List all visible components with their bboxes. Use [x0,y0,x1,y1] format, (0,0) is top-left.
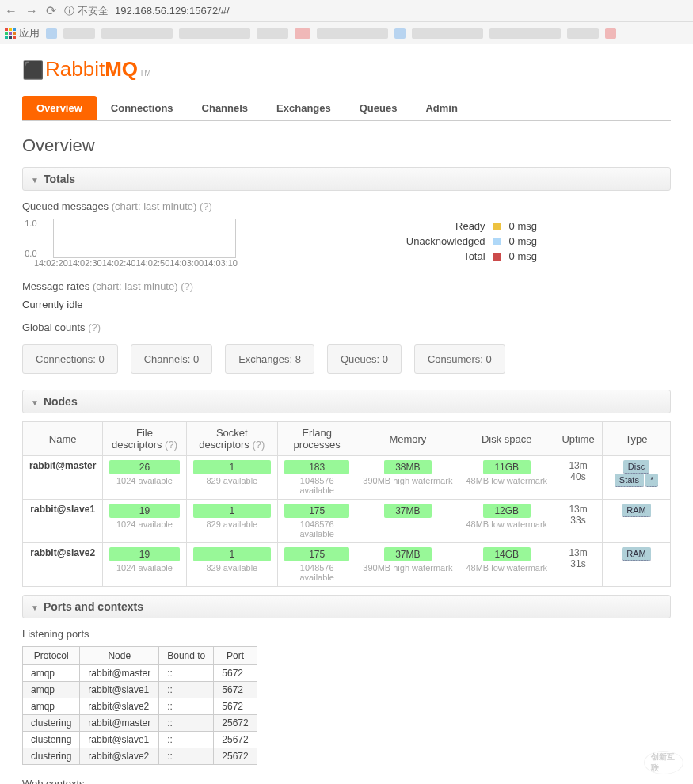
section-ports[interactable]: ▼Ports and contexts [22,595,671,618]
column-header: Memory [356,422,459,456]
table-row[interactable]: rabbit@slave2 191024 available 1829 avai… [23,543,671,587]
column-header: Name [23,422,103,456]
chart-legend: Ready0 msgUnacknowledged0 msgTotal0 msg [299,219,537,268]
rabbitmq-icon: ⬛ [22,60,44,81]
apps-icon[interactable]: 应用 [5,26,40,40]
logo: ⬛ RabbitMQ TM [22,57,671,82]
section-nodes[interactable]: ▼Nodes [22,390,671,413]
browser-toolbar: ← → ⟳ 不安全 192.168.56.129:15672/#/ [0,0,693,22]
listening-ports-title: Listening ports [22,628,671,640]
bookmark-item[interactable] [412,28,483,39]
chevron-down-icon: ▼ [31,398,39,407]
bookmark-item[interactable] [489,28,561,39]
bookmark-item[interactable] [605,28,616,39]
bookmark-item[interactable] [295,28,310,39]
table-row[interactable]: rabbit@slave1 191024 available 1829 avai… [23,500,671,543]
chevron-down-icon: ▼ [31,176,39,185]
table-row: amqprabbit@slave2::5672 [23,698,257,715]
table-row: amqprabbit@master::5672 [23,665,257,682]
tab-queues[interactable]: Queues [345,96,412,120]
column-header: Disk space [459,422,554,456]
forward-icon[interactable]: → [25,4,38,18]
column-header: Uptime [554,422,603,456]
bookmark-item[interactable] [317,28,388,39]
page-title: Overview [22,135,671,156]
watermark: 创新互联 [644,751,683,774]
legend-color-icon [493,253,501,261]
back-icon[interactable]: ← [5,4,17,18]
nodes-table: NameFile descriptors (?)Socket descripto… [22,421,671,587]
tab-channels[interactable]: Channels [188,96,263,120]
table-row: clusteringrabbit@master::25672 [23,715,257,732]
chevron-down-icon: ▼ [31,603,39,612]
node-type-tag: * [645,474,658,487]
insecure-label: 不安全 [64,4,109,18]
count-queues[interactable]: Queues: 0 [327,344,402,374]
node-type-tag: RAM [622,504,650,517]
count-consumers[interactable]: Consumers: 0 [414,344,505,374]
ports-table: ProtocolNodeBound toPort amqprabbit@mast… [22,646,257,765]
reload-icon[interactable]: ⟳ [46,3,56,18]
message-rates-title: Message rates (chart: last minute) (?) [22,280,671,292]
bookmark-item[interactable] [101,28,173,39]
section-totals[interactable]: ▼Totals [22,167,671,191]
count-channels[interactable]: Channels: 0 [131,344,212,374]
node-type-tag: Stats [615,474,644,487]
global-counts-title: Global counts (?) [22,322,671,333]
node-type-tag: RAM [622,547,650,561]
web-contexts-title: Web contexts [22,778,671,784]
column-header: Type [602,422,670,456]
bookmark-item[interactable] [567,28,599,39]
legend-color-icon [493,223,501,230]
legend-color-icon [493,238,501,245]
count-connections[interactable]: Connections: 0 [22,344,118,374]
column-header: File descriptors (?) [103,422,186,456]
address-bar[interactable]: 不安全 192.168.56.129:15672/#/ [64,4,230,18]
queued-messages-title: Queued messages (chart: last minute) (?) [22,200,671,212]
table-row: clusteringrabbit@slave2::25672 [23,748,257,765]
column-header: Erlang processes [278,422,356,456]
bookmarks-bar: 应用 [0,22,693,44]
column-header: Socket descriptors (?) [186,422,278,456]
table-row[interactable]: rabbit@master 261024 available 1829 avai… [23,456,671,500]
tab-connections[interactable]: Connections [97,96,188,120]
table-row: clusteringrabbit@slave1::25672 [23,732,257,748]
bookmark-item[interactable] [63,28,95,39]
node-type-tag: Disc [623,460,649,474]
message-rates-idle: Currently idle [22,299,671,310]
bookmark-item[interactable] [394,28,406,39]
table-row: amqprabbit@slave1::5672 [23,682,257,698]
tab-admin[interactable]: Admin [411,96,471,120]
count-exchanges[interactable]: Exchanges: 8 [225,344,314,374]
global-counts: Connections: 0Channels: 0Exchanges: 8Que… [22,344,671,374]
tab-exchanges[interactable]: Exchanges [262,96,345,120]
tab-overview[interactable]: Overview [22,96,97,120]
bookmark-item[interactable] [257,28,288,39]
nav-tabs: OverviewConnectionsChannelsExchangesQueu… [22,96,671,121]
url: 192.168.56.129:15672/#/ [115,5,230,17]
queued-messages-chart: 1.0 0.0 14:02:2014:02:3014:02:4014:02:50… [22,219,236,268]
bookmark-item[interactable] [179,28,250,39]
bookmark-item[interactable] [46,28,57,39]
